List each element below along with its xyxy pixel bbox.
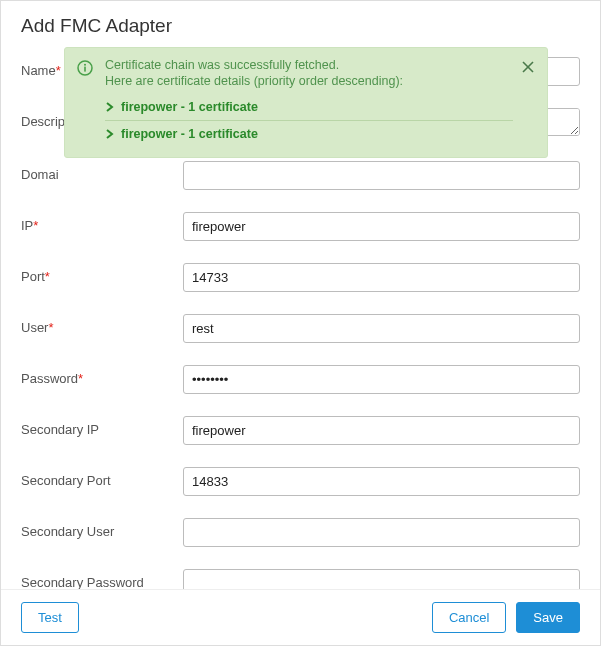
form-row-user: User* bbox=[21, 314, 580, 343]
secondary-user-field[interactable] bbox=[183, 518, 580, 547]
label-ip: IP* bbox=[21, 212, 183, 233]
label-secondary-password: Secondary Password bbox=[21, 569, 183, 589]
label-secondary-port: Secondary Port bbox=[21, 467, 183, 488]
form-row-port: Port* bbox=[21, 263, 580, 292]
domains-field[interactable] bbox=[183, 161, 580, 190]
form-row-secondary-ip: Secondary IP bbox=[21, 416, 580, 445]
label-password: Password* bbox=[21, 365, 183, 386]
cancel-button[interactable]: Cancel bbox=[432, 602, 506, 633]
form-row-ip: IP* bbox=[21, 212, 580, 241]
chevron-right-icon bbox=[105, 102, 115, 112]
secondary-port-field[interactable] bbox=[183, 467, 580, 496]
password-field[interactable] bbox=[183, 365, 580, 394]
chevron-right-icon bbox=[105, 129, 115, 139]
dialog-body: Certificate chain was successfully fetch… bbox=[1, 47, 600, 589]
banner-cert-row[interactable]: firepower - 1 certificate bbox=[105, 94, 513, 121]
banner-message-2: Here are certificate details (priority o… bbox=[105, 74, 513, 88]
form-row-domains: Domai bbox=[21, 161, 580, 190]
secondary-password-field[interactable] bbox=[183, 569, 580, 589]
form-row-password: Password* bbox=[21, 365, 580, 394]
dialog-footer: Test Cancel Save bbox=[1, 589, 600, 645]
form-row-secondary-user: Secondary User bbox=[21, 518, 580, 547]
close-icon[interactable] bbox=[519, 58, 537, 76]
label-port: Port* bbox=[21, 263, 183, 284]
dialog-title: Add FMC Adapter bbox=[1, 1, 600, 47]
label-user: User* bbox=[21, 314, 183, 335]
banner-cert-link: firepower - 1 certificate bbox=[121, 127, 258, 141]
add-fmc-adapter-dialog: Add FMC Adapter Certificate chain was su… bbox=[0, 0, 601, 646]
info-icon bbox=[77, 60, 93, 76]
banner-cert-link: firepower - 1 certificate bbox=[121, 100, 258, 114]
label-domains: Domai bbox=[21, 161, 183, 182]
ip-field[interactable] bbox=[183, 212, 580, 241]
svg-point-1 bbox=[84, 64, 86, 66]
secondary-ip-field[interactable] bbox=[183, 416, 580, 445]
label-secondary-ip: Secondary IP bbox=[21, 416, 183, 437]
port-field[interactable] bbox=[183, 263, 580, 292]
svg-rect-2 bbox=[84, 67, 86, 72]
save-button[interactable]: Save bbox=[516, 602, 580, 633]
banner-message-1: Certificate chain was successfully fetch… bbox=[105, 58, 513, 72]
user-field[interactable] bbox=[183, 314, 580, 343]
test-button[interactable]: Test bbox=[21, 602, 79, 633]
form-row-secondary-port: Secondary Port bbox=[21, 467, 580, 496]
banner-cert-row[interactable]: firepower - 1 certificate bbox=[105, 121, 513, 147]
label-secondary-user: Secondary User bbox=[21, 518, 183, 539]
success-banner: Certificate chain was successfully fetch… bbox=[64, 47, 548, 158]
form-row-secondary-password: Secondary Password bbox=[21, 569, 580, 589]
